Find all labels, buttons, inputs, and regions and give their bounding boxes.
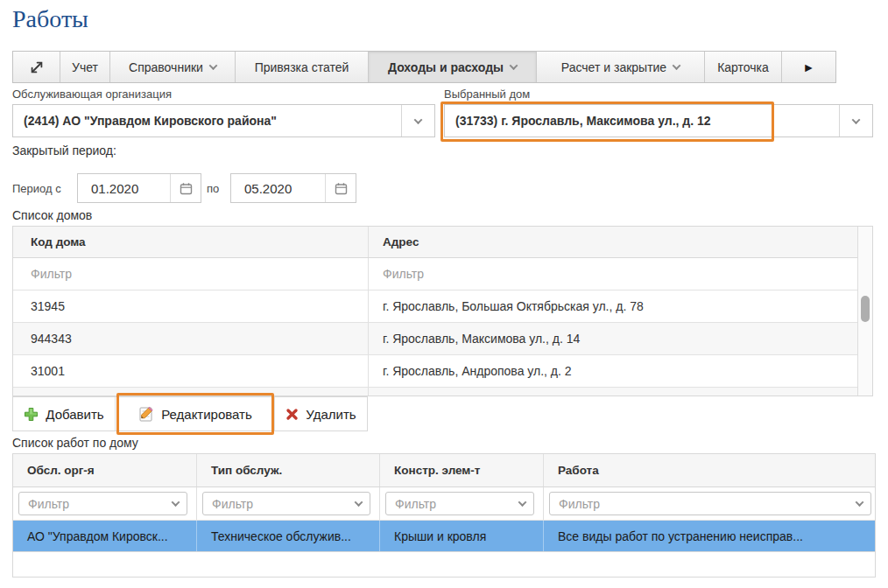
toolbar-next-button[interactable]: ► [781,52,835,82]
houses-table-header: Код дома Адрес [13,227,872,258]
house-code-cell: 944343 [13,323,369,354]
org-select[interactable]: (2414) АО "Управдом Кировского района" [12,104,435,137]
element-filter-dropdown[interactable]: Фильтр [385,492,534,515]
filter-placeholder: Фильтр [550,497,848,511]
work-service-type-cell: Техническое обслужив... [197,521,380,551]
house-select[interactable]: (31733) г. Ярославль, Максимова ул., д. … [444,104,873,137]
toolbar: Учет Справочники Привязка статей Доходы … [12,51,836,83]
period-to-input[interactable]: 05.2020 [230,173,356,203]
org-filter-dropdown[interactable]: Фильтр [18,492,187,515]
column-header-element: Констр. элем-т [380,454,544,486]
tab-label: Привязка статей [255,60,349,74]
tab-label: Учет [72,60,98,74]
scrollbar-thumb[interactable] [861,296,870,322]
calendar-picker-button[interactable] [170,174,201,202]
tab-raschet-i-zakrytie[interactable]: Расчет и закрытие [536,52,704,82]
pencil-icon [137,406,154,423]
delete-button-label: Удалить [306,407,356,422]
chevron-down-icon [208,61,217,70]
work-filter-dropdown[interactable]: Фильтр [549,492,871,515]
calendar-picker-button[interactable] [325,174,356,202]
calendar-icon [180,182,193,195]
selected-work-row[interactable]: АО "Управдом Кировск... Техническое обсл… [13,521,875,552]
house-address-cell: г. Ярославль, Андропова ул., д. 2 [369,355,872,387]
code-filter-input[interactable] [31,267,351,281]
closed-period-label: Закрытый период: [12,144,116,158]
org-select-label: Обслуживающая организация [12,88,172,101]
tab-privyazka-statey[interactable]: Привязка статей [235,52,368,82]
house-select-value: (31733) г. Ярославль, Максимова ул., д. … [445,105,839,136]
chevron-down-icon [673,61,681,70]
house-select-dropdown-button[interactable] [839,105,872,136]
chevron-down-icon [848,500,870,507]
filter-placeholder: Фильтр [386,497,511,511]
add-button[interactable]: Добавить [13,397,115,430]
works-table-title: Список работ по дому [12,436,138,450]
play-triangle-icon: ► [803,60,815,74]
chevron-down-icon [414,116,423,124]
period-from-label: Период с [12,182,61,195]
address-filter-input[interactable] [383,267,833,281]
service-type-filter-dropdown[interactable]: Фильтр [202,492,370,515]
period-from-input[interactable]: 01.2020 [77,173,201,203]
edit-button-label: Редактировать [161,407,252,422]
red-cross-icon [285,408,299,421]
houses-action-bar: Добавить Редактировать [12,396,368,431]
green-plus-icon [24,407,39,422]
tab-dohody-i-rashody[interactable]: Доходы и расходы [368,52,536,82]
period-to-value: 05.2020 [231,174,325,202]
add-button-label: Добавить [46,407,103,422]
tab-label: Расчет и закрытие [561,60,666,74]
column-header-service-type: Тип обслуж. [197,454,380,486]
house-address-cell: г. Ярославль, Андропова ул., д. 25/9 [369,388,872,396]
house-select-label: Выбранный дом [444,88,530,101]
tab-kartochka[interactable]: Карточка [704,52,781,82]
delete-button[interactable]: Удалить [274,397,367,430]
column-header-work: Работа [544,454,875,486]
chevron-down-icon [852,116,861,124]
chevron-down-icon [511,500,533,507]
table-row[interactable]: 944343 г. Ярославль, Максимова ул., д. 1… [13,323,872,355]
expand-button[interactable] [13,52,60,82]
work-name-cell: Все виды работ по устранению неисправ... [544,521,875,551]
work-org-cell: АО "Управдом Кировск... [13,521,197,551]
column-header-org: Обсл. орг-я [13,454,197,486]
tab-spravochniki[interactable]: Справочники [109,52,235,82]
houses-table-filter-row [13,258,872,290]
edit-button[interactable]: Редактировать [115,397,274,430]
chevron-down-icon [510,61,518,70]
org-select-value: (2414) АО "Управдом Кировского района" [13,105,401,136]
column-header-code: Код дома [13,227,369,257]
table-row[interactable]: 31945 г. Ярославль, Большая Октябрьская … [13,290,872,323]
works-table-header: Обсл. орг-я Тип обслуж. Констр. элем-т Р… [13,454,875,487]
table-row[interactable]: 31001 г. Ярославль, Андропова ул., д. 2 [13,355,872,388]
houses-table: Код дома Адрес 31945 г. Ярославль, Больш… [12,226,873,396]
work-element-cell: Крыши и кровля [380,521,544,551]
house-address-cell: г. Ярославль, Максимова ул., д. 14 [369,323,872,354]
chevron-down-icon [164,500,187,507]
tab-label: Карточка [717,60,769,74]
tab-uchet[interactable]: Учет [60,52,109,82]
expand-diagonal-arrows-icon [29,60,45,75]
house-code-cell: 31945 [13,290,369,322]
works-table-filter-row: Фильтр Фильтр Фильтр Фильтр [13,487,875,521]
filter-placeholder: Фильтр [19,497,164,511]
period-from-value: 01.2020 [78,174,170,202]
page-title: Работы [12,5,88,33]
vertical-scrollbar[interactable] [857,227,872,396]
page: Работы Учет Справочники Привязка статей [0,0,888,588]
houses-table-title: Список домов [12,208,92,222]
org-select-dropdown-button[interactable] [401,105,434,136]
filter-placeholder: Фильтр [203,497,347,511]
calendar-icon [335,182,348,195]
table-row[interactable]: 31002 г. Ярославль, Андропова ул., д. 25… [13,388,872,396]
chevron-down-icon [347,500,370,507]
period-to-label: по [207,182,219,195]
house-address-cell: г. Ярославль, Большая Октябрьская ул., д… [369,290,872,322]
works-table: Обсл. орг-я Тип обслуж. Констр. элем-т Р… [12,453,876,578]
house-code-cell: 31002 [13,388,369,396]
house-code-cell: 31001 [13,355,369,387]
tab-label: Справочники [129,60,203,74]
column-header-address: Адрес [369,227,872,257]
tab-label: Доходы и расходы [388,60,504,74]
